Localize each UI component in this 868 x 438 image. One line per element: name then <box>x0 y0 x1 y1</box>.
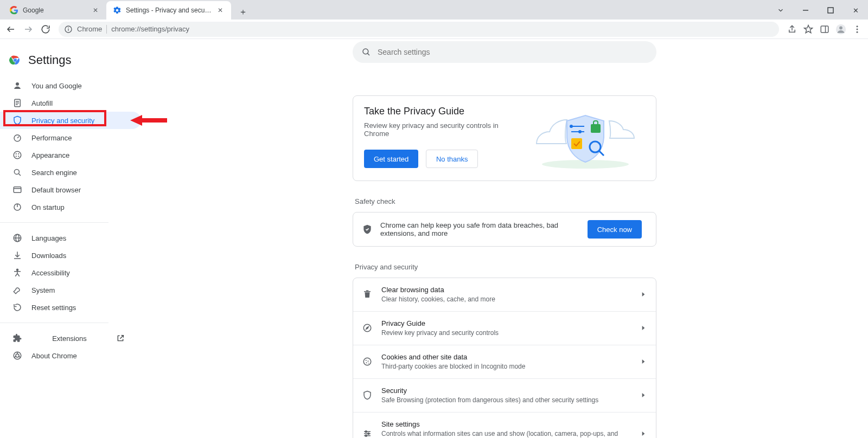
sidebar-item-privacy-and-security[interactable]: Privacy and security <box>0 112 141 129</box>
sidebar-item-you-and-google[interactable]: You and Google <box>0 77 141 94</box>
settings-search-input[interactable] <box>378 48 648 56</box>
globe-icon <box>12 233 23 243</box>
sidebar-item-reset-settings[interactable]: Reset settings <box>0 299 141 316</box>
svg-point-5 <box>68 27 69 28</box>
autofill-icon <box>12 98 23 108</box>
svg-point-28 <box>18 153 19 154</box>
privacy-row-clear-browsing-data[interactable]: Clear browsing dataClear history, cookie… <box>353 278 656 311</box>
sidebar-item-about-chrome[interactable]: About Chrome <box>0 347 141 364</box>
search-icon <box>12 168 23 177</box>
browser-tabs: Google ✕ Settings - Privacy and security… <box>0 0 251 20</box>
no-thanks-button[interactable]: No thanks <box>426 150 478 168</box>
maximize-button[interactable] <box>818 1 843 20</box>
svg-rect-66 <box>366 291 369 292</box>
page-title: Settings <box>28 53 72 67</box>
settings-header: Settings <box>0 43 141 77</box>
sidebar-item-search-engine[interactable]: Search engine <box>0 164 141 181</box>
svg-point-13 <box>857 28 858 30</box>
svg-point-41 <box>17 269 18 270</box>
address-bar[interactable]: Chrome chrome://settings/privacy <box>59 22 779 37</box>
omnibox-sep <box>106 25 107 34</box>
shield-check-icon <box>362 224 373 235</box>
row-title: Security <box>381 386 631 396</box>
row-title: Site settings <box>381 420 631 429</box>
sidebar-separator <box>0 323 108 323</box>
sidebar-item-accessibility[interactable]: Accessibility <box>0 264 141 281</box>
tab-title: Google <box>23 7 87 14</box>
bookmark-button[interactable] <box>801 22 816 37</box>
settings-search[interactable] <box>353 41 656 63</box>
sidebar-item-label: System <box>31 286 55 294</box>
svg-line-44 <box>15 274 17 276</box>
sidebar-item-system[interactable]: System <box>0 281 141 299</box>
svg-point-60 <box>570 125 573 128</box>
sidebar-item-label: Search engine <box>31 169 77 177</box>
reload-button[interactable] <box>38 22 53 37</box>
row-subtitle: Review key privacy and security controls <box>381 328 631 338</box>
svg-line-46 <box>120 336 123 339</box>
menu-button[interactable] <box>850 22 865 37</box>
close-window-button[interactable]: ✕ <box>843 1 868 20</box>
profile-button[interactable] <box>833 22 848 37</box>
sidebar-item-performance[interactable]: Performance <box>0 129 141 146</box>
site-info-icon[interactable] <box>64 25 73 34</box>
svg-point-30 <box>18 156 19 157</box>
svg-marker-67 <box>642 292 645 297</box>
share-button[interactable] <box>784 22 800 37</box>
chrome-logo-icon <box>9 54 22 67</box>
row-title: Privacy Guide <box>381 319 631 328</box>
sidebar-item-autofill[interactable]: Autofill <box>0 94 141 112</box>
svg-marker-70 <box>642 326 645 330</box>
check-now-button[interactable]: Check now <box>588 220 642 239</box>
sidebar-item-label: Reset settings <box>31 304 76 312</box>
svg-marker-7 <box>805 25 813 33</box>
svg-marker-69 <box>366 327 369 330</box>
sidebar-item-languages[interactable]: Languages <box>0 229 141 247</box>
sidebar-item-default-browser[interactable]: Default browser <box>0 181 141 198</box>
svg-rect-65 <box>364 291 371 292</box>
privacy-row-security[interactable]: SecuritySafe Browsing (protection from d… <box>353 378 656 412</box>
sidebar-item-extensions[interactable]: Extensions <box>0 330 141 347</box>
svg-point-62 <box>578 130 582 133</box>
minimize-button[interactable] <box>793 1 818 20</box>
privacy-row-cookies-and-other-site-data[interactable]: Cookies and other site dataThird-party c… <box>353 345 656 378</box>
sidebar-item-label: Default browser <box>31 186 81 194</box>
sidebar-item-appearance[interactable]: Appearance <box>0 146 141 164</box>
svg-point-14 <box>857 31 858 33</box>
svg-line-32 <box>18 173 21 176</box>
reset-icon <box>12 302 23 312</box>
safety-check-text: Chrome can help keep you safe from data … <box>380 221 580 237</box>
settings-page: Settings You and GoogleAutofillPrivacy a… <box>0 39 868 438</box>
sidebar-item-on-startup[interactable]: On startup <box>0 198 141 216</box>
extension-icon <box>12 333 23 343</box>
sidebar-item-label: Privacy and security <box>31 117 94 125</box>
sidebar-item-label: You and Google <box>31 82 82 90</box>
close-icon[interactable]: ✕ <box>91 6 100 15</box>
svg-point-73 <box>368 361 369 362</box>
download-icon <box>12 250 23 260</box>
privacy-row-privacy-guide[interactable]: Privacy GuideReview key privacy and secu… <box>353 311 656 345</box>
chevron-right-icon <box>640 358 647 365</box>
sidepanel-button[interactable] <box>817 22 832 37</box>
tab-google[interactable]: Google ✕ <box>3 1 106 20</box>
close-icon[interactable]: ✕ <box>216 6 225 15</box>
guide-illustration <box>526 106 645 171</box>
tab-settings-privacy[interactable]: Settings - Privacy and security ✕ <box>106 1 231 20</box>
get-started-button[interactable]: Get started <box>364 150 418 168</box>
dropdown-button[interactable] <box>768 1 793 20</box>
settings-favicon <box>113 6 122 15</box>
forward-button[interactable] <box>21 22 36 37</box>
sidebar-item-label: On startup <box>31 203 65 211</box>
svg-rect-58 <box>571 138 582 149</box>
sidebar-item-label: Performance <box>31 134 72 142</box>
compass-icon <box>362 323 373 333</box>
back-button[interactable] <box>3 22 18 37</box>
svg-rect-6 <box>68 29 68 31</box>
sidebar-item-downloads[interactable]: Downloads <box>0 247 141 264</box>
svg-point-48 <box>16 354 19 357</box>
privacy-security-list: Clear browsing dataClear history, cookie… <box>353 278 656 438</box>
svg-rect-8 <box>821 26 828 33</box>
svg-line-51 <box>14 357 16 358</box>
privacy-row-site-settings[interactable]: Site settingsControls what information s… <box>353 412 656 438</box>
new-tab-button[interactable]: ＋ <box>235 4 251 20</box>
